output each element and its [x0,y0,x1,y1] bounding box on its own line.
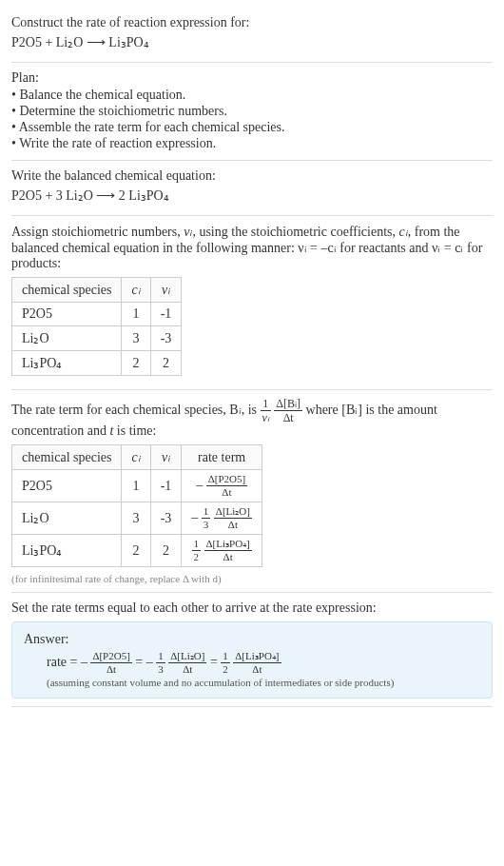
intro-section: Construct the rate of reaction expressio… [11,8,493,63]
table-row: Li₃PO₄ 2 2 1 2 Δ[Li₃PO₄] Δt [12,535,262,567]
frac-den: 2 [192,551,202,562]
col-species: chemical species [12,445,122,470]
frac-den-label: νᵢ [262,411,269,424]
plan-title: Plan: [11,70,493,86]
frac-num: Δ[Li₃PO₄] [204,539,252,551]
cell-ci: 1 [122,303,150,326]
cell-nui: -3 [150,326,182,351]
balanced-section: Write the balanced chemical equation: P2… [11,161,493,216]
stoich-react-rule: νᵢ = –cᵢ [298,241,336,255]
stoich-desc-text: Assign stoichiometric numbers, [11,225,184,239]
plan-item-2: • Determine the stoichiometric numbers. [11,104,493,119]
col-ci: cᵢ [122,278,150,303]
cell-nui: -1 [150,470,182,502]
frac-den: Δt [204,551,252,562]
plan-item-1: • Balance the chemical equation. [11,88,493,103]
col-nui: νᵢ [150,278,182,303]
term-1-sign: – [81,655,87,669]
col-nui-label: νᵢ [162,283,170,297]
frac-num: 1 [261,398,271,411]
cell-ci: 3 [122,326,150,351]
stoich-prod-rule: νᵢ = cᵢ [432,241,463,255]
answer-box: Answer: rate = – Δ[P2O5] Δt = – 1 3 Δ[Li… [11,621,493,699]
rate-coef-frac: 1 2 [192,539,202,562]
intro-equation: P2O5 + Li₂O ⟶ Li₃PO₄ [11,34,493,50]
rate-label: rate = [47,655,81,669]
frac-num: Δ[P2O5] [206,474,247,486]
table-header-row: chemical species cᵢ νᵢ [12,278,182,303]
plan-item-3: • Assemble the rate term for each chemic… [11,120,493,135]
term-2-sign: – [146,655,153,669]
balanced-title: Write the balanced chemical equation: [11,168,493,184]
rateterm-frac-dconc: Δ[Bᵢ] Δt [274,398,302,423]
frac-den: Δt [233,663,281,675]
col-nui-label: νᵢ [162,450,170,464]
col-ci-label: cᵢ [131,283,140,297]
term-2-coef: 1 3 [156,651,165,675]
stoich-ci-symbol: cᵢ [399,225,408,239]
col-nui: νᵢ [150,445,182,470]
table-row: P2O5 1 -1 – Δ[P2O5] Δt [12,470,262,502]
cell-ci: 3 [122,502,150,535]
cell-ci: 2 [122,351,150,376]
frac-num: Δ[Li₂O] [168,651,206,663]
term-2-frac: Δ[Li₂O] Δt [168,651,206,675]
cell-species: P2O5 [12,470,122,502]
cell-nui: 2 [150,351,182,376]
stoich-description: Assign stoichiometric numbers, νᵢ, using… [11,224,493,271]
frac-den: νᵢ [261,411,271,423]
answer-label: Answer: [24,632,480,647]
rateterm-desc-3: is time: [113,423,156,438]
frac-num: Δ[Li₃PO₄] [233,651,281,663]
rate-frac: Δ[Li₃PO₄] Δt [204,539,252,562]
term-3-frac: Δ[Li₃PO₄] Δt [233,651,281,675]
rate-frac: Δ[P2O5] Δt [206,474,247,498]
answer-rate-expression: rate = – Δ[P2O5] Δt = – 1 3 Δ[Li₂O] Δt =… [47,651,480,675]
cell-rate: – 1 3 Δ[Li₂O] Δt [182,502,262,535]
term-1-frac: Δ[P2O5] Δt [90,651,131,675]
rate-sign: – [191,510,198,524]
balanced-equation: P2O5 + 3 Li₂O ⟶ 2 Li₃PO₄ [11,187,493,204]
intro-title: Construct the rate of reaction expressio… [11,15,493,30]
cell-rate: – Δ[P2O5] Δt [182,470,262,502]
answer-assumption: (assuming constant volume and no accumul… [47,677,480,688]
frac-den: Δt [214,519,252,530]
frac-num: 1 [221,651,230,663]
stoich-desc-text-2: , using the stoichiometric coefficients, [192,225,398,239]
cell-species: Li₂O [12,502,122,535]
frac-den: Δt [168,663,206,675]
frac-num: Δ[Bᵢ] [274,398,302,411]
frac-num: 1 [156,651,165,663]
equals-2: = [210,655,221,669]
cell-species: Li₃PO₄ [12,535,122,567]
frac-num: 1 [202,506,211,519]
cell-nui: 2 [150,535,182,567]
cell-rate: 1 2 Δ[Li₃PO₄] Δt [182,535,262,567]
frac-num: 1 [192,539,202,551]
frac-den: 3 [202,519,211,530]
equals-1: = [135,655,145,669]
col-rate: rate term [182,445,262,470]
frac-den: Δt [274,411,302,423]
rateterm-note: (for infinitesimal rate of change, repla… [11,573,493,584]
cell-ci: 1 [122,470,150,502]
col-species: chemical species [12,278,122,303]
rateterm-desc-1: The rate term for each chemical species,… [11,403,261,417]
rate-coef-frac: 1 3 [202,506,211,530]
stoich-desc-text-4: for reactants and [337,241,432,255]
plan-section: Plan: • Balance the chemical equation. •… [11,63,493,161]
plan-item-4: • Write the rate of reaction expression. [11,136,493,151]
cell-ci: 2 [122,535,150,567]
frac-den: Δt [90,663,131,675]
table-row: P2O5 1 -1 [12,303,182,326]
rate-sign: – [196,478,203,492]
table-header-row: chemical species cᵢ νᵢ rate term [12,445,262,470]
rateterm-frac-coef: 1 νᵢ [261,398,271,423]
cell-nui: -1 [150,303,182,326]
stoich-section: Assign stoichiometric numbers, νᵢ, using… [11,216,493,390]
cell-nui: -3 [150,502,182,535]
frac-den: 2 [221,663,230,675]
final-section: Set the rate terms equal to each other t… [11,593,493,707]
table-row: Li₂O 3 -3 [12,326,182,351]
rateterm-section: The rate term for each chemical species,… [11,390,493,593]
